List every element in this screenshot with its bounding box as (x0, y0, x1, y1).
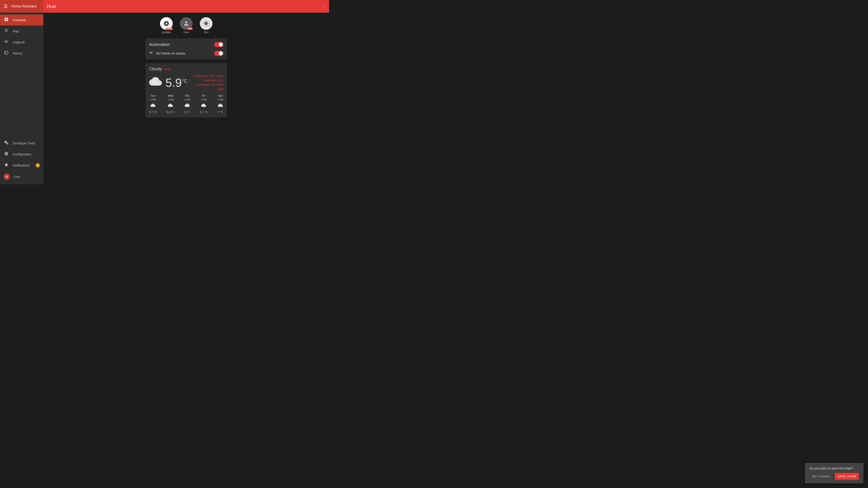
svg-rect-0 (5, 18, 6, 20)
sidebar-item-history[interactable]: History (0, 48, 43, 59)
developer-tools-icon (4, 140, 9, 146)
topbar: Huis ⋮ (43, 0, 329, 13)
history-icon (4, 51, 9, 56)
sidebar-item-label: Notifications (13, 164, 30, 167)
automation-card: Automation Set theme on startup (146, 38, 227, 59)
weather-unit: °C (182, 78, 187, 84)
forecast-time: 1 PM (217, 98, 223, 101)
forecast-day: Sat (218, 94, 222, 97)
overview-icon (4, 17, 9, 23)
forecast-time: 1 PM (167, 98, 174, 101)
user-circle: UNK (180, 17, 193, 30)
weather-header: Cloudy Huis (149, 67, 223, 71)
sidebar-item-overview[interactable]: Overview (0, 14, 43, 26)
forecast-temp-sat: 7 °C (218, 111, 223, 114)
sidebar-item-logbook[interactable]: Logbook (0, 37, 43, 48)
forecast-time: 1 PM (184, 98, 190, 101)
forecast-temp-thu: 5 °C (184, 111, 190, 114)
sidebar-item-user[interactable]: U User (0, 171, 43, 183)
automation-row-icon (149, 51, 153, 56)
weather-temp-container: 5.9°C (165, 76, 187, 90)
humidity: Humidity: 85 % (191, 78, 223, 83)
forecast-day: Fri (202, 94, 205, 97)
map-icon (4, 28, 9, 34)
weather-icon-big (149, 75, 162, 90)
logbook-icon (4, 39, 9, 45)
forecast-thu: Thu 1 PM 5 °C (184, 94, 190, 114)
page-title: Huis (47, 4, 56, 9)
sidebar-item-notifications[interactable]: Notifications 1 (0, 160, 43, 171)
content-area: UNAVAI Updater UNK User Sun Autom (43, 13, 329, 184)
air-pressure: Air pressure: 1047.2 hPa (191, 74, 223, 78)
weather-main: 5.9°C Air pressure: 1047.2 hPa Humidity:… (149, 74, 223, 92)
forecast-sat: Sat 1 PM 7 °C (217, 94, 223, 114)
weather-temperature: 5.9°C (165, 76, 187, 89)
notifications-icon (4, 162, 9, 168)
forecast-temp-wed: 9.3 °C (167, 111, 174, 114)
weather-details: Air pressure: 1047.2 hPa Humidity: 85 % … (191, 74, 223, 92)
updater-label: Updater (162, 31, 171, 34)
weather-card: Cloudy Huis 5.9°C Air pressure: 1047.2 h… (146, 63, 227, 118)
sidebar-bottom: Developer Tools Configuration Notificati… (0, 138, 43, 184)
forecast-temp-fri: 5.7 °C (200, 111, 208, 114)
forecast-icon-fri (201, 103, 206, 109)
user-badge: UNK (187, 27, 193, 30)
forecast-day: Tue (151, 94, 155, 97)
updater-badge: UNAVAI (166, 28, 173, 30)
configuration-icon (4, 151, 9, 157)
forecast-icon-tue (151, 103, 156, 109)
sidebar: ☰ Home Assistant Overview Map Logbook H (0, 0, 43, 184)
entity-sun[interactable]: Sun (200, 17, 213, 34)
user-avatar: U (4, 173, 10, 180)
automation-row: Set theme on startup (146, 49, 227, 59)
automation-card-header: Automation (146, 38, 227, 49)
sidebar-item-label: Overview (13, 18, 26, 22)
more-options-icon[interactable]: ⋮ (321, 4, 326, 9)
entity-user[interactable]: UNK User (180, 17, 193, 34)
weather-condition: Cloudy (149, 67, 162, 71)
svg-rect-2 (5, 20, 6, 21)
main: Huis ⋮ UNAVAI Updater UNK User (43, 0, 329, 184)
forecast-time: 1 PM (201, 98, 207, 101)
forecast-time: 1 PM (150, 98, 156, 101)
sidebar-item-label: History (13, 52, 23, 55)
forecast-temp-tue: 5.7 °C (149, 111, 157, 114)
automation-row-toggle[interactable] (214, 51, 223, 56)
sidebar-item-developer-tools[interactable]: Developer Tools (0, 138, 43, 149)
svg-rect-3 (6, 20, 8, 21)
forecast-icon-thu (185, 103, 190, 109)
updater-circle: UNAVAI (160, 17, 173, 30)
weather-forecast: Tue 1 PM 5.7 °C Wed 1 PM 9.3 °C (149, 94, 223, 114)
automation-title: Automation (149, 42, 170, 47)
sun-circle (200, 17, 213, 30)
user-label: User (183, 31, 189, 34)
menu-icon[interactable]: ☰ (4, 4, 8, 9)
forecast-day: Wed (168, 94, 173, 97)
sidebar-item-label: User (13, 175, 20, 178)
app-title: Home Assistant (11, 4, 36, 8)
forecast-icon-wed (168, 103, 173, 109)
svg-rect-1 (6, 18, 8, 20)
sidebar-item-label: Configuration (13, 153, 31, 156)
forecast-icon-sat (218, 103, 223, 109)
sidebar-item-configuration[interactable]: Configuration (0, 149, 43, 160)
sidebar-item-label: Logbook (13, 40, 25, 44)
forecast-wed: Wed 1 PM 9.3 °C (167, 94, 174, 114)
sidebar-nav: Overview Map Logbook History (0, 13, 43, 138)
sidebar-header: ☰ Home Assistant (0, 0, 43, 13)
forecast-tue: Tue 1 PM 5.7 °C (149, 94, 157, 114)
entity-updater[interactable]: UNAVAI Updater (160, 17, 173, 34)
weather-location: Huis (164, 67, 170, 71)
notification-badge: 1 (36, 163, 40, 167)
entity-row: UNAVAI Updater UNK User Sun (160, 17, 213, 34)
sidebar-item-map[interactable]: Map (0, 26, 43, 37)
forecast-fri: Fri 1 PM 5.7 °C (200, 94, 208, 114)
sidebar-item-label: Map (13, 29, 19, 33)
sidebar-item-label: Developer Tools (13, 141, 35, 145)
sun-label: Sun (204, 31, 209, 34)
forecast-day: Thu (185, 94, 190, 97)
automation-toggle[interactable] (214, 42, 223, 47)
automation-row-label: Set theme on startup (156, 52, 212, 55)
wind-speed: Wind speed: 10.1 km/h (SW) (191, 83, 223, 91)
